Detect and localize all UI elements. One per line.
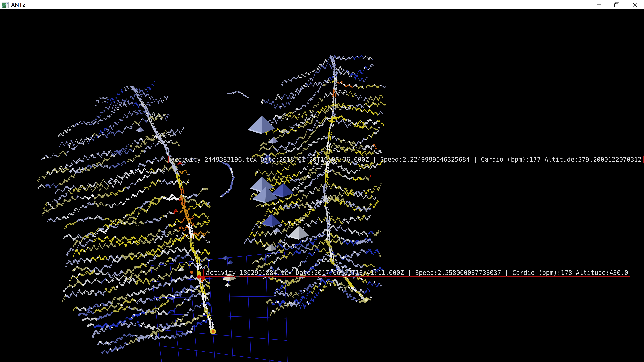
window-title: ANTz xyxy=(11,1,25,8)
activity-tooltip-2: activity_1802991884.tcx Date:2017-06-17T… xyxy=(204,269,630,277)
title-bar[interactable]: ANTz xyxy=(0,0,644,10)
window-controls xyxy=(590,0,644,9)
viewport-3d-canvas[interactable] xyxy=(0,0,644,362)
restore-down-icon xyxy=(614,2,620,7)
minimize-button[interactable] xyxy=(590,0,608,9)
close-icon xyxy=(632,2,638,7)
activity-tooltip-1: activity_2449383196.tcx Date:2018-01-20T… xyxy=(168,156,644,163)
close-button[interactable] xyxy=(626,0,644,9)
minimize-icon xyxy=(596,2,602,7)
antz-app-icon xyxy=(2,1,9,8)
restore-button[interactable] xyxy=(608,0,626,9)
